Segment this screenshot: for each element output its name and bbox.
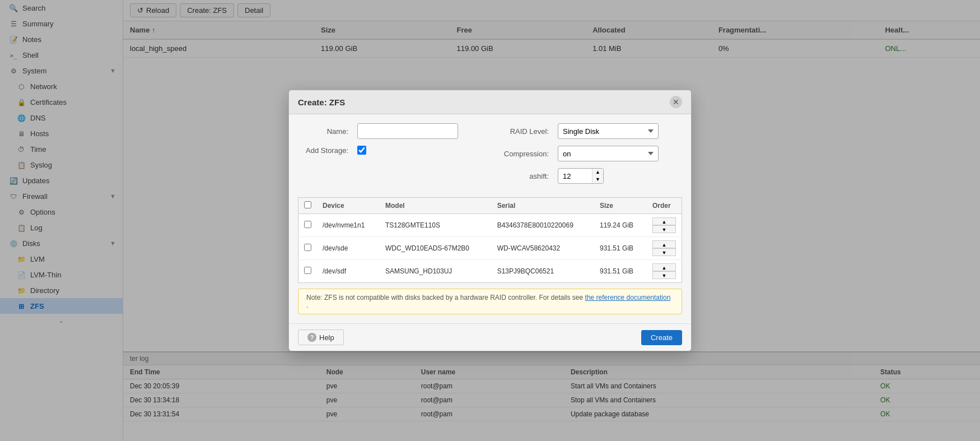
order-down-button[interactable]: ▼	[652, 225, 676, 233]
device-row: /dev/nvme1n1 TS128GMTE110S B4346378E8001…	[298, 214, 682, 237]
device-col-serial: Serial	[492, 198, 594, 214]
ashift-down-button[interactable]: ▼	[592, 176, 603, 183]
create-zfs-modal: Create: ZFS ✕ Name: Add Storage:	[288, 90, 692, 351]
name-input[interactable]	[357, 123, 458, 139]
ashift-label: ashift:	[498, 172, 549, 180]
note-bar: Note: ZFS is not compatible with disks b…	[298, 289, 682, 314]
compression-select[interactable]: onofflz4gzipzstd	[558, 146, 659, 161]
device-checkbox-cell	[298, 237, 318, 260]
device-col-device: Device	[317, 198, 380, 214]
device-col-order: Order	[647, 198, 682, 214]
device-serial-cell: WD-WCAV58620432	[492, 237, 594, 260]
device-checkbox[interactable]	[304, 267, 311, 274]
order-down-button[interactable]: ▼	[652, 248, 676, 256]
ashift-up-button[interactable]: ▲	[592, 169, 603, 176]
order-up-button[interactable]: ▲	[652, 240, 676, 248]
device-order-cell: ▲ ▼	[647, 214, 682, 237]
order-up-button[interactable]: ▲	[652, 263, 676, 271]
device-col-size: Size	[594, 198, 647, 214]
device-size-cell: 931.51 GiB	[594, 237, 647, 260]
order-up-button[interactable]: ▲	[652, 217, 676, 225]
device-model-cell: WDC_WD10EADS-67M2B0	[380, 237, 492, 260]
help-icon: ?	[307, 333, 316, 342]
note-link[interactable]: the reference documentation	[585, 294, 671, 301]
device-size-cell: 931.51 GiB	[594, 260, 647, 283]
device-order-cell: ▲ ▼	[647, 237, 682, 260]
device-name-cell: /dev/nvme1n1	[317, 214, 380, 237]
device-checkbox-cell	[298, 260, 318, 283]
device-table: DeviceModelSerialSizeOrder /dev/nvme1n1 …	[298, 197, 682, 283]
add-storage-checkbox[interactable]	[357, 146, 366, 155]
device-checkbox[interactable]	[304, 221, 311, 228]
create-label: Create	[651, 333, 673, 342]
modal-body: Name: Add Storage: RAID Level: Single Di…	[289, 114, 691, 323]
device-row: /dev/sdf SAMSUNG_HD103UJ S13PJ9BQC06521 …	[298, 260, 682, 283]
device-model-cell: SAMSUNG_HD103UJ	[380, 260, 492, 283]
add-storage-label: Add Storage:	[298, 146, 348, 155]
modal-header: Create: ZFS ✕	[289, 90, 691, 114]
device-serial-cell: B4346378E80010220069	[492, 214, 594, 237]
device-checkbox[interactable]	[304, 244, 311, 251]
note-text: Note: ZFS is not compatible with disks b…	[306, 294, 583, 301]
device-name-cell: /dev/sdf	[317, 260, 380, 283]
device-col-check[interactable]	[298, 198, 318, 214]
order-down-button[interactable]: ▼	[652, 271, 676, 279]
device-col-model: Model	[380, 198, 492, 214]
compression-label: Compression:	[498, 150, 549, 158]
device-size-cell: 119.24 GiB	[594, 214, 647, 237]
device-row: /dev/sde WDC_WD10EADS-67M2B0 WD-WCAV5862…	[298, 237, 682, 260]
note-end: .	[306, 301, 308, 309]
modal-footer: ? Help Create	[289, 323, 691, 351]
raid-select[interactable]: Single DiskMirrorRAID-ZRAID-Z2RAID-Z3	[558, 123, 659, 139]
device-name-cell: /dev/sde	[317, 237, 380, 260]
modal-title: Create: ZFS	[298, 98, 345, 107]
device-serial-cell: S13PJ9BQC06521	[492, 260, 594, 283]
device-checkbox-cell	[298, 214, 318, 237]
device-model-cell: TS128GMTE110S	[380, 214, 492, 237]
name-label: Name:	[298, 127, 348, 136]
modal-close-button[interactable]: ✕	[670, 96, 682, 108]
help-label: Help	[319, 333, 334, 342]
device-order-cell: ▲ ▼	[647, 260, 682, 283]
ashift-input[interactable]	[558, 170, 592, 183]
select-all-checkbox[interactable]	[304, 201, 311, 208]
modal-overlay: Create: ZFS ✕ Name: Add Storage:	[0, 0, 980, 441]
create-button[interactable]: Create	[641, 330, 682, 345]
raid-label: RAID Level:	[498, 127, 549, 136]
help-button[interactable]: ? Help	[298, 329, 344, 345]
